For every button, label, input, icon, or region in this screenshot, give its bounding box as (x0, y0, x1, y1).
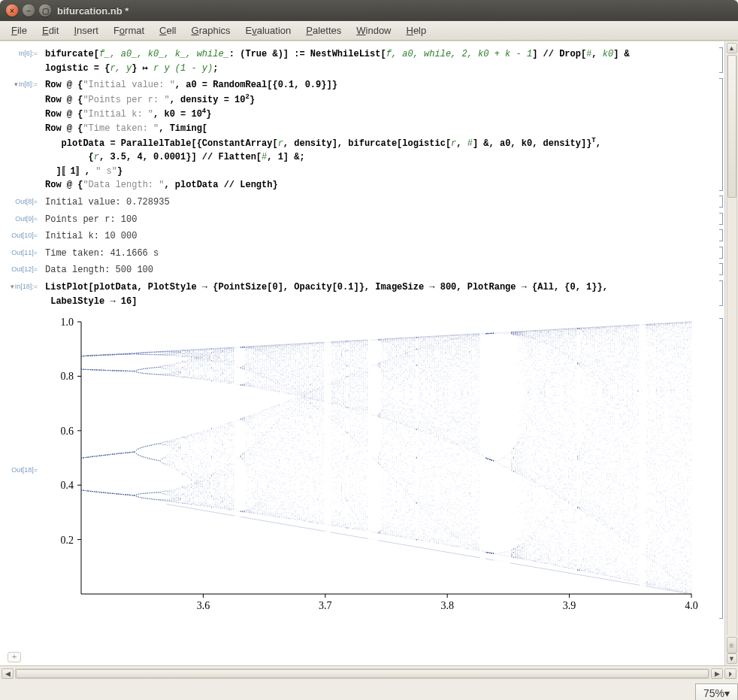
menu-window[interactable]: Window (349, 23, 398, 38)
svg-rect-9833 (229, 445, 230, 446)
svg-rect-14995 (308, 380, 309, 381)
horizontal-scrollbar[interactable]: ◀ ▶ ⏵ (0, 668, 738, 679)
svg-rect-8716 (213, 500, 213, 501)
cell-content-in18[interactable]: ListPlot[plotData, PlotStyle → {PointSiz… (45, 280, 714, 308)
menu-evaluation[interactable]: Evaluation (239, 23, 298, 38)
cell-bracket[interactable] (714, 318, 724, 619)
cell-bracket[interactable] (714, 47, 724, 73)
svg-rect-20307 (391, 351, 392, 352)
svg-rect-24581 (455, 362, 455, 363)
svg-rect-32886 (581, 343, 582, 344)
svg-rect-39437 (682, 441, 682, 441)
cell-bracket[interactable] (714, 247, 724, 259)
menu-graphics[interactable]: Graphics (185, 23, 237, 38)
scrollbar-thumb[interactable] (727, 55, 736, 198)
svg-rect-20072 (387, 441, 388, 442)
svg-rect-23892 (443, 377, 444, 377)
svg-rect-23958 (446, 514, 446, 514)
vertical-scrollbar[interactable]: ▲ ≡ ▼ (724, 41, 738, 665)
cell-out12[interactable]: Out[12]= Data length: 500 100 (0, 263, 724, 277)
svg-rect-12126 (265, 362, 265, 362)
menu-palettes[interactable]: Palettes (299, 23, 348, 38)
svg-rect-12940 (277, 357, 278, 358)
cell-out8[interactable]: Out[8]= Initial value: 0.728935 (0, 195, 724, 210)
svg-rect-38647 (669, 522, 670, 523)
cell-content-in8[interactable]: Row @ {"Initial value: ", a0 = RandomRea… (45, 78, 714, 192)
svg-rect-24572 (455, 394, 455, 395)
zoom-dropdown[interactable]: 75% ▾ (695, 683, 738, 700)
menu-help[interactable]: Help (400, 23, 434, 38)
svg-rect-4461 (147, 498, 148, 499)
hscrollbar-thumb[interactable] (16, 669, 709, 678)
hscrollbar-track[interactable] (15, 668, 709, 679)
svg-rect-22547 (424, 376, 425, 377)
chevron-down-icon[interactable]: ▾ (14, 80, 18, 88)
svg-rect-13893 (292, 470, 292, 471)
svg-rect-15905 (323, 471, 324, 472)
cell-bracket[interactable] (714, 280, 724, 306)
new-cell-button[interactable]: + (8, 652, 21, 662)
cell-in8[interactable]: ▾In[8]:= Row @ {"Initial value: ", a0 = … (0, 78, 724, 192)
menu-format[interactable]: Format (107, 23, 151, 38)
bifurcation-plot[interactable]: 3.63.73.83.94.00.20.40.60.81.0 (45, 316, 714, 622)
scroll-down-icon[interactable]: ▼ (727, 653, 737, 664)
svg-rect-18813 (367, 476, 367, 477)
cell-bracket[interactable] (714, 263, 724, 275)
svg-rect-13619 (288, 410, 289, 411)
svg-rect-21857 (413, 471, 413, 472)
svg-rect-39371 (680, 538, 681, 539)
scroll-right-icon[interactable]: ▶ (711, 668, 723, 679)
svg-rect-3857 (138, 496, 139, 497)
cell-bracket[interactable] (714, 229, 724, 241)
svg-rect-19689 (380, 414, 380, 414)
svg-rect-12168 (266, 361, 267, 362)
cell-out11[interactable]: Out[11]= Time taken: 41.1666 s (0, 247, 724, 261)
svg-rect-33553 (592, 329, 593, 330)
scroll-up-icon[interactable]: ▲ (727, 43, 737, 53)
cell-out9[interactable]: Out[9]= Points per r: 100 (0, 213, 724, 227)
svg-rect-33634 (594, 517, 594, 518)
svg-rect-14738 (304, 394, 305, 395)
cell-content-in6[interactable]: bifurcate[f_, a0_, k0_, k_, while_: (Tru… (45, 47, 714, 75)
menu-edit[interactable]: Edit (35, 23, 65, 38)
cell-bracket[interactable] (714, 195, 724, 208)
svg-rect-13163 (281, 496, 282, 497)
svg-rect-29433 (530, 535, 531, 536)
scroll-left-icon[interactable]: ◀ (2, 668, 14, 679)
svg-rect-32141 (570, 362, 570, 363)
svg-rect-13206 (281, 375, 282, 376)
cell-bracket[interactable] (714, 78, 724, 191)
minimize-icon[interactable]: – (23, 5, 35, 17)
cell-out18[interactable]: Out[18]= 3.63.73.83.94.00.20.40.60.81.0 (0, 311, 724, 626)
menu-insert[interactable]: Insert (67, 23, 105, 38)
svg-rect-11437 (255, 475, 256, 476)
svg-rect-8150 (204, 473, 204, 474)
svg-rect-11551 (257, 504, 258, 505)
scrollbar-grip-icon[interactable]: ≡ (727, 637, 737, 653)
close-icon[interactable]: × (6, 5, 18, 17)
svg-rect-11575 (257, 462, 258, 463)
svg-rect-30469 (544, 409, 545, 410)
cell-in18[interactable]: ▾In[18]:= ListPlot[plotData, PlotStyle →… (0, 280, 724, 308)
svg-rect-35027 (614, 424, 615, 425)
menu-file[interactable]: File (5, 23, 34, 38)
scrollbar-track[interactable] (727, 55, 737, 635)
svg-rect-15281 (313, 477, 314, 478)
svg-rect-25640 (471, 416, 472, 417)
menu-cell[interactable]: Cell (153, 23, 183, 38)
chevron-down-icon[interactable]: ▾ (11, 283, 14, 290)
cell-bracket[interactable] (714, 213, 724, 225)
svg-rect-35299 (618, 376, 619, 377)
svg-rect-9575 (225, 476, 226, 477)
svg-rect-13974 (294, 389, 295, 390)
maximize-icon[interactable]: ▢ (39, 5, 51, 17)
notebook[interactable]: In[6]:= bifurcate[f_, a0_, k0_, k_, whil… (0, 41, 724, 665)
svg-rect-14476 (301, 428, 301, 429)
svg-rect-23594 (440, 427, 440, 428)
scroll-right-end-icon[interactable]: ⏵ (724, 668, 736, 679)
cell-in6[interactable]: In[6]:= bifurcate[f_, a0_, k0_, k_, whil… (0, 47, 724, 75)
svg-rect-19870 (383, 381, 384, 382)
cell-out10[interactable]: Out[10]= Initial k: 10 000 (0, 229, 724, 244)
svg-rect-24569 (455, 523, 455, 523)
svg-rect-23122 (433, 340, 434, 341)
